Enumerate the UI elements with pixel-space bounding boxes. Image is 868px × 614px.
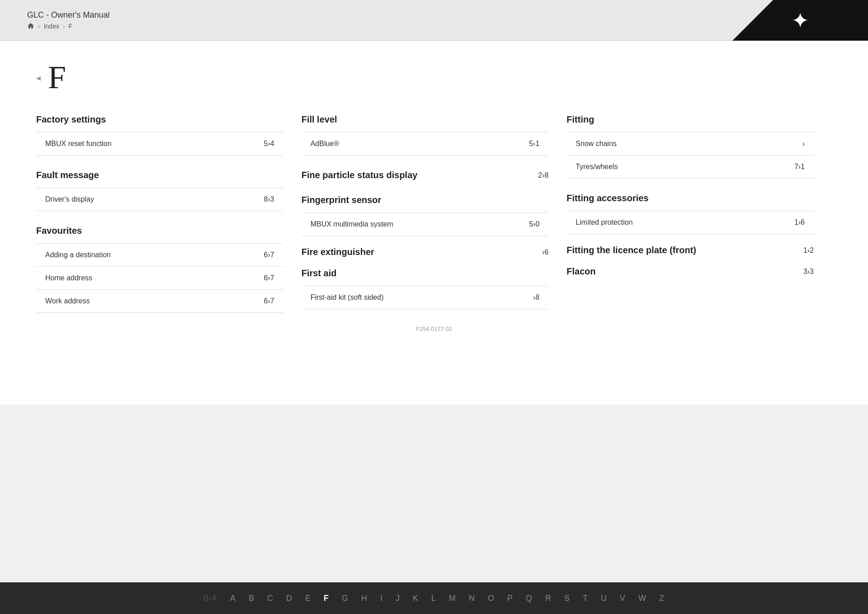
page-letter: F — [48, 59, 66, 96]
manual-title: GLC - Owner's Manual — [27, 10, 110, 20]
alpha-o[interactable]: O — [488, 594, 495, 603]
entry-page: 5›1 — [529, 140, 539, 148]
cat-heading-fire-extinguisher: Fire extinguisher — [302, 247, 374, 257]
logo-area: ✦ — [732, 0, 868, 41]
entry-snow-chains[interactable]: Snow chains › — [566, 132, 814, 156]
alpha-u[interactable]: U — [601, 594, 607, 603]
entry-limited-protection[interactable]: Limited protection 1›6 — [566, 211, 814, 234]
entry-label: MBUX reset function — [45, 140, 112, 148]
entry-list-first-aid: First-aid kit (soft sided) ›8 — [302, 286, 549, 309]
entry-mbux-multimedia[interactable]: MBUX multimedia system 5›0 — [302, 213, 549, 236]
entry-label: Home address — [45, 274, 92, 282]
entry-page: 6›7 — [264, 297, 274, 305]
entry-list-factory: MBUX reset function 5›4 — [36, 132, 283, 156]
page-letter-nav: ◂ F — [36, 59, 832, 96]
header: GLC - Owner's Manual › Index › F ✦ — [0, 0, 868, 41]
entry-first-aid-kit[interactable]: First-aid kit (soft sided) ›8 — [302, 286, 549, 309]
entry-label: Adding a destination — [45, 251, 111, 259]
alpha-l[interactable]: L — [431, 594, 436, 603]
home-icon[interactable] — [27, 23, 34, 30]
entry-home-address[interactable]: Home address 6›7 — [36, 267, 283, 290]
cat-fitting-accessories: Fitting accessories — [566, 193, 814, 203]
alpha-h[interactable]: H — [361, 594, 368, 603]
fine-particle-page: 2›8 — [538, 171, 548, 179]
entry-page: 5›0 — [529, 220, 539, 228]
entry-tyres-wheels[interactable]: Tyres/wheels 7›1 — [566, 156, 814, 179]
alpha-e[interactable]: E — [305, 594, 311, 603]
alpha-r[interactable]: R — [545, 594, 552, 603]
alpha-v[interactable]: V — [620, 594, 626, 603]
cat-fitting: Fitting — [566, 114, 814, 125]
alpha-g[interactable]: G — [342, 594, 349, 603]
breadcrumb-letter: F — [69, 23, 73, 30]
index-col-3: Fitting Snow chains › Tyres/wheels 7›1 F… — [566, 114, 832, 316]
index-col-2: Fill level AdBlue® 5›1 Fine particle sta… — [302, 114, 567, 316]
alpha-c[interactable]: C — [267, 594, 274, 603]
alpha-a[interactable]: A — [230, 594, 236, 603]
fire-extinguisher-page: ›6 — [542, 248, 548, 256]
index-columns: Factory settings MBUX reset function 5›4… — [36, 114, 832, 316]
cat-favourites: Favourites — [36, 226, 283, 236]
cat-heading-flacon: Flacon — [566, 266, 595, 277]
cat-fingerprint: Fingerprint sensor — [302, 195, 549, 205]
breadcrumb-index[interactable]: Index — [44, 23, 59, 30]
entry-work-address[interactable]: Work address 6›7 — [36, 290, 283, 313]
cat-first-aid: First aid — [302, 268, 549, 279]
alpha-j[interactable]: J — [396, 594, 400, 603]
entry-page: › — [802, 140, 805, 148]
entry-page: 6›7 — [264, 274, 274, 282]
cat-heading-fitting-licence: Fitting the licence plate (front) — [566, 245, 696, 255]
alpha-p[interactable]: P — [507, 594, 513, 603]
cat-heading-fine-particle: Fine particle status display — [302, 170, 418, 180]
entry-label: First-aid kit (soft sided) — [311, 293, 384, 302]
footer-code: F254 0177 02 — [36, 316, 832, 341]
entry-adblue[interactable]: AdBlue® 5›1 — [302, 132, 549, 156]
entry-label: Driver's display — [45, 195, 94, 203]
entry-list-fill: AdBlue® 5›1 — [302, 132, 549, 156]
entry-label: MBUX multimedia system — [311, 220, 393, 228]
alpha-w[interactable]: W — [638, 594, 646, 603]
cat-fire-extinguisher: Fire extinguisher ›6 — [302, 247, 549, 257]
entry-page: 6›7 — [264, 251, 274, 259]
cat-factory-settings: Factory settings — [36, 114, 283, 125]
cat-fill-level: Fill level — [302, 114, 549, 125]
breadcrumb-sep-2: › — [63, 23, 65, 30]
entry-list-favourites: Adding a destination 6›7 Home address 6›… — [36, 243, 283, 313]
breadcrumb: › Index › F — [27, 23, 110, 30]
alpha-b[interactable]: B — [249, 594, 255, 603]
entry-page: 7›1 — [794, 163, 805, 171]
prev-letter-arrow[interactable]: ◂ — [36, 72, 41, 83]
entry-list-fault: Driver's display 8›3 — [36, 188, 283, 211]
entry-mbux-reset[interactable]: MBUX reset function 5›4 — [36, 132, 283, 156]
cat-flacon: Flacon 3›3 — [566, 266, 814, 277]
alpha-m[interactable]: M — [449, 594, 456, 603]
alpha-0a[interactable]: 0›A — [203, 594, 217, 603]
main-content: ◂ F Factory settings MBUX reset function… — [0, 41, 868, 405]
fitting-licence-page: 1›2 — [803, 246, 814, 255]
alpha-q[interactable]: Q — [526, 594, 533, 603]
entry-label: Snow chains — [576, 140, 617, 148]
entry-label: Tyres/wheels — [576, 163, 618, 171]
alpha-k[interactable]: K — [413, 594, 419, 603]
cat-fault-message: Fault message — [36, 170, 283, 180]
entry-page: 1›6 — [794, 218, 805, 227]
alpha-n[interactable]: N — [469, 594, 475, 603]
entry-label: AdBlue® — [311, 140, 339, 148]
alpha-f[interactable]: F — [324, 594, 329, 603]
alpha-s[interactable]: S — [564, 594, 570, 603]
alpha-d[interactable]: D — [286, 594, 292, 603]
entry-page: 8›3 — [264, 195, 274, 203]
alpha-i[interactable]: I — [380, 594, 383, 603]
entry-drivers-display[interactable]: Driver's display 8›3 — [36, 188, 283, 211]
entry-label: Limited protection — [576, 218, 632, 227]
header-left: GLC - Owner's Manual › Index › F — [27, 10, 110, 30]
breadcrumb-sep-1: › — [38, 23, 40, 30]
entry-adding-destination[interactable]: Adding a destination 6›7 — [36, 244, 283, 267]
entry-page: ›8 — [533, 293, 539, 302]
index-col-1: Factory settings MBUX reset function 5›4… — [36, 114, 302, 316]
alpha-z[interactable]: Z — [659, 594, 665, 603]
entry-label: Work address — [45, 297, 90, 305]
alphabet-bar: 0›A A B C D E F G H I J K L M N O P Q R … — [0, 582, 868, 614]
cat-fine-particle: Fine particle status display 2›8 — [302, 170, 549, 180]
alpha-t[interactable]: T — [583, 594, 588, 603]
